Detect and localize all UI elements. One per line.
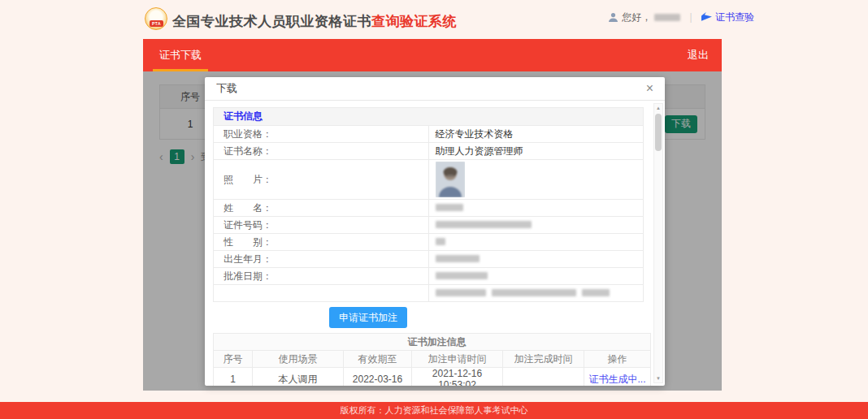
field-row: 姓 名： <box>214 200 644 217</box>
field-row: 照 片： <box>214 160 644 200</box>
annotation-header-row: 序号 使用场景 有效期至 加注申请时间 加注完成时间 操作 <box>214 351 651 368</box>
navbar: 证书下载 退出 <box>143 39 722 71</box>
download-modal: 下载 × 证书信息 职业资格： 经济专业技术资格 证书名称： 助理人力资源管理师… <box>205 77 665 386</box>
field-value: 助理人力资源管理师 <box>428 143 644 160</box>
field-row: 证件号码： <box>214 217 644 234</box>
cell-finish-time <box>503 368 584 387</box>
field-row <box>214 285 644 302</box>
modal-header: 下载 × <box>205 77 665 101</box>
close-icon[interactable]: × <box>646 82 653 95</box>
field-value-redacted <box>428 251 644 268</box>
field-value: 经济专业技术资格 <box>428 126 644 143</box>
redacted-value <box>436 272 488 279</box>
field-label: 职业资格： <box>214 126 429 143</box>
field-value-redacted <box>428 268 644 285</box>
scroll-up-icon[interactable]: ▲ <box>654 106 662 110</box>
annotation-row: 1 本人调用 2022-03-16 2021-12-16 10:53:02 证书… <box>214 368 651 387</box>
field-value-redacted <box>428 217 644 234</box>
redacted-username <box>654 14 680 21</box>
cell-seq: 1 <box>214 368 253 387</box>
field-label: 出生年月： <box>214 251 429 268</box>
footer: 版权所有：人力资源和社会保障部人事考试中心 <box>0 402 868 419</box>
page: PTA 全国专业技术人员职业资格证书查询验证系统 您好， ｜ 证书查验 证书下载… <box>0 0 868 419</box>
col-header: 加注完成时间 <box>503 351 584 368</box>
scroll-down-icon[interactable]: ▼ <box>654 376 662 381</box>
redacted-value <box>436 255 480 262</box>
user-icon <box>608 12 618 23</box>
cell-apply-time: 2021-12-16 10:53:02 <box>412 368 503 387</box>
field-label <box>214 285 429 302</box>
redacted-value <box>492 289 576 296</box>
col-header: 序号 <box>214 351 253 368</box>
page-title-main: 全国专业技术人员职业资格证书 <box>172 14 371 29</box>
field-row: 批准日期： <box>214 268 644 285</box>
modal-body: 证书信息 职业资格： 经济专业技术资格 证书名称： 助理人力资源管理师 照 片： <box>205 102 665 386</box>
section-title-annotation: 证书加注信息 <box>214 334 651 351</box>
col-header: 使用场景 <box>253 351 344 368</box>
field-row: 性 别： <box>214 234 644 251</box>
apply-annotation-button[interactable]: 申请证书加注 <box>329 307 407 328</box>
logout-button[interactable]: 退出 <box>688 39 709 71</box>
certificate-verify-link[interactable]: 证书查验 <box>715 11 754 24</box>
field-label: 照 片： <box>214 160 429 200</box>
field-value-redacted <box>428 285 644 302</box>
field-label: 批准日期： <box>214 268 429 285</box>
redacted-value <box>582 289 610 296</box>
field-row: 职业资格： 经济专业技术资格 <box>214 126 644 143</box>
share-arrow-icon <box>701 12 712 23</box>
page-title: 全国专业技术人员职业资格证书查询验证系统 <box>172 12 457 31</box>
field-row: 证书名称： 助理人力资源管理师 <box>214 143 644 160</box>
cell-valid-until: 2022-03-16 <box>344 368 412 387</box>
top-header: PTA 全国专业技术人员职业资格证书查询验证系统 您好， ｜ 证书查验 <box>0 0 868 39</box>
field-value-redacted <box>428 200 644 217</box>
certificate-info-table: 证书信息 职业资格： 经济专业技术资格 证书名称： 助理人力资源管理师 照 片： <box>213 107 644 302</box>
modal-title: 下载 <box>216 81 237 96</box>
scrollbar-thumb[interactable] <box>655 114 662 151</box>
field-row: 出生年月： <box>214 251 644 268</box>
cell-action: 证书生成中... <box>584 368 651 387</box>
field-label: 姓 名： <box>214 200 429 217</box>
field-label: 证件号码： <box>214 217 429 234</box>
greeting-separator: ｜ <box>686 11 696 24</box>
tab-certificate-download[interactable]: 证书下载 <box>159 39 202 71</box>
field-label: 性 别： <box>214 234 429 251</box>
col-header: 有效期至 <box>344 351 412 368</box>
field-value-redacted <box>428 234 644 251</box>
user-greeting: 您好， ｜ 证书查验 <box>608 11 754 24</box>
modal-scrollbar[interactable]: ▲ ▼ <box>653 103 663 383</box>
cell-scene: 本人调用 <box>253 368 344 387</box>
pta-logo-icon: PTA <box>145 7 167 30</box>
col-header: 操作 <box>584 351 651 368</box>
redacted-value <box>436 289 486 296</box>
cert-generating-link[interactable]: 证书生成中... <box>589 374 646 385</box>
apply-button-wrap: 申请证书加注 <box>329 307 644 328</box>
redacted-value <box>436 221 532 228</box>
redacted-value <box>436 204 463 211</box>
copyright-text: 版权所有：人力资源和社会保障部人事考试中心 <box>341 405 528 415</box>
field-label: 证书名称： <box>214 143 429 160</box>
certificate-photo <box>436 162 465 197</box>
annotation-info-table: 证书加注信息 序号 使用场景 有效期至 加注申请时间 加注完成时间 操作 1 本… <box>213 333 651 386</box>
pta-logo-text: PTA <box>150 20 163 27</box>
page-title-accent: 查询验证系统 <box>371 14 457 29</box>
field-value <box>428 160 644 200</box>
section-title-cert-info: 证书信息 <box>214 108 644 126</box>
greeting-text: 您好， <box>622 11 651 24</box>
redacted-value <box>436 238 445 245</box>
col-header: 加注申请时间 <box>412 351 503 368</box>
